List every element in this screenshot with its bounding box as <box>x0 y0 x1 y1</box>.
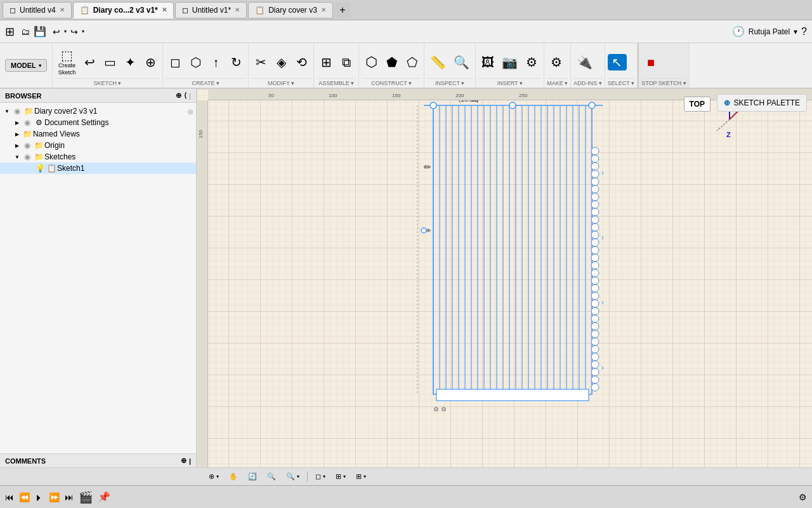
pan-arrow[interactable]: ▾ <box>216 474 219 479</box>
addins-btn[interactable]: 🔌 <box>573 54 596 70</box>
browser-panel: BROWSER ⊕ ⟨ | ▼ ◉ 📁 Diary cover2 v3 v1 ◎… <box>0 89 197 467</box>
step-back-btn[interactable]: ⏪ <box>19 492 30 502</box>
help-btn[interactable]: ? <box>801 26 807 37</box>
tree-sketches[interactable]: ▼ ◉ 📁 Sketches <box>0 151 196 163</box>
mode-selector[interactable]: MODEL ▾ <box>5 59 47 72</box>
zoom-arrow[interactable]: ▾ <box>297 474 299 479</box>
tab-untitled-v4[interactable]: ◻ Untitled v4 ✕ <box>3 2 72 18</box>
history-btn[interactable]: 🕐 <box>732 25 745 37</box>
modify-fillet-btn[interactable]: ◈ <box>272 54 291 70</box>
undo-arrow[interactable]: ▾ <box>64 29 67 34</box>
new-tab-btn[interactable]: + <box>334 2 351 18</box>
make-btn[interactable]: ⚙ <box>547 54 566 70</box>
sketch-plus-btn[interactable]: ⊕ <box>141 54 160 70</box>
display-arrow[interactable]: ▾ <box>323 474 325 479</box>
browser-expand-btn[interactable]: ⊕ <box>176 91 181 100</box>
comments-collapse-btn[interactable]: | <box>189 457 191 465</box>
sketch-palette-expand[interactable]: ⊕ <box>724 98 730 107</box>
assemble-component-btn[interactable]: ⊞ <box>317 54 336 70</box>
look-btn[interactable]: 🔄 <box>244 471 261 482</box>
play-btn[interactable]: ⏵ <box>35 492 44 502</box>
construct-plane-btn[interactable]: ⬡ <box>362 53 381 71</box>
sketch-rect-btn[interactable]: ▭ <box>100 54 119 70</box>
look-icon: 🔄 <box>248 472 257 481</box>
sketches-arrow[interactable]: ▼ <box>13 154 22 160</box>
create-box-btn[interactable]: ◻ <box>166 54 185 70</box>
modify-combine-btn[interactable]: ⟲ <box>292 54 311 70</box>
save-btn[interactable]: 💾 <box>34 25 46 37</box>
zoom-out-btn[interactable]: 🔍 ▾ <box>282 471 303 482</box>
named-views-arrow[interactable]: ▶ <box>13 131 22 137</box>
grid-arrow[interactable]: ▾ <box>343 474 346 479</box>
component-icon: ⊞ <box>321 56 332 69</box>
insert-canvas-btn[interactable]: 📷 <box>499 54 521 70</box>
sketch-palette-panel[interactable]: ⊕ SKETCH PALETTE <box>717 94 807 112</box>
inspect-analyze-btn[interactable]: 🔍 <box>450 54 473 70</box>
redo-btn[interactable]: ↪ <box>68 25 81 38</box>
user-dropdown-arrow[interactable]: ▾ <box>794 27 797 36</box>
file-icon[interactable]: 🗂 <box>21 27 30 37</box>
close-tab-btn[interactable]: ✕ <box>60 6 65 13</box>
select-icon: ↖ <box>612 56 622 69</box>
snap-btn[interactable]: ⊞ ▾ <box>352 471 370 482</box>
hex-icon: ⬡ <box>190 56 201 69</box>
user-section[interactable]: Rutuja Patel ▾ <box>749 27 797 36</box>
close-tab-btn[interactable]: ✕ <box>162 6 167 13</box>
skip-to-end-btn[interactable]: ⏭ <box>65 492 74 502</box>
tab-diary-v3[interactable]: 📋 Diary co...2 v3 v1* ✕ <box>73 2 174 18</box>
sketch-star-btn[interactable]: ✦ <box>121 54 140 70</box>
pan-btn[interactable]: ⊕ ▾ <box>205 471 223 482</box>
select-btn[interactable]: ↖ <box>608 54 627 70</box>
tab-diary-cover-v3[interactable]: 📋 Diary cover v3 ✕ <box>248 2 333 18</box>
settings-visibility-icon[interactable]: ◉ <box>22 118 33 127</box>
step-forward-btn[interactable]: ⏩ <box>49 492 60 502</box>
zoom-in-btn[interactable]: 🔍 <box>263 471 280 482</box>
redo-arrow[interactable]: ▾ <box>82 29 84 34</box>
mark-icon: 📌 <box>98 491 110 503</box>
construct-point-btn[interactable]: ⬠ <box>402 54 421 70</box>
pan-icon: ⊕ <box>209 472 214 481</box>
root-activate-btn[interactable]: ◎ <box>188 108 193 115</box>
origin-visibility-icon[interactable]: ◉ <box>22 141 33 150</box>
close-tab-btn[interactable]: ✕ <box>321 6 326 13</box>
settings-arrow[interactable]: ▶ <box>13 120 22 126</box>
display-mode-btn[interactable]: ◻ ▾ <box>311 471 329 482</box>
orbit-btn[interactable]: ✋ <box>225 471 242 482</box>
inspect-measure-btn[interactable]: 📏 <box>427 54 449 70</box>
finish-sketch-btn[interactable]: ↩ <box>80 54 99 70</box>
create-hex-btn[interactable]: ⬡ <box>186 54 205 70</box>
grid-btn[interactable]: ⊞ ▾ <box>332 471 350 482</box>
snap-arrow[interactable]: ▾ <box>363 474 366 479</box>
skip-to-start-btn[interactable]: ⏮ <box>5 492 14 502</box>
app-grid-icon[interactable]: ⊞ <box>5 25 15 39</box>
settings-btn[interactable]: ⚙ <box>799 492 807 502</box>
tree-origin[interactable]: ▶ ◉ 📁 Origin <box>0 140 196 151</box>
tree-named-views[interactable]: ▶ 📁 Named Views <box>0 128 196 140</box>
assemble-joint-btn[interactable]: ⧉ <box>337 54 356 70</box>
origin-arrow[interactable]: ▶ <box>13 143 22 149</box>
tab-icon: 📋 <box>255 6 265 15</box>
tree-sketch1[interactable]: 💡 📋 Sketch1 <box>0 163 196 174</box>
comments-section[interactable]: COMMENTS ⊕ | <box>0 453 196 467</box>
construct-axis-btn[interactable]: ⬟ <box>382 54 401 70</box>
create-revolve-btn[interactable]: ↻ <box>226 54 246 70</box>
stop-sketch-btn[interactable]: ■ <box>641 54 660 70</box>
create-extrude-btn[interactable]: ↑ <box>206 54 225 70</box>
tree-root[interactable]: ▼ ◉ 📁 Diary cover2 v3 v1 ◎ <box>0 105 196 117</box>
browser-resize-btn[interactable]: | <box>189 92 191 100</box>
tab-untitled-v1[interactable]: ◻ Untitled v1* ✕ <box>175 2 247 18</box>
comments-add-btn[interactable]: ⊕ <box>181 457 187 465</box>
viewport[interactable]: 250 200 150 100 50 150 <box>197 89 812 467</box>
sketch1-visibility-icon[interactable]: 💡 <box>34 164 46 173</box>
tree-document-settings[interactable]: ▶ ◉ ⚙ Document Settings <box>0 117 196 128</box>
insert-image-btn[interactable]: 🖼 <box>478 54 497 70</box>
insert-settings-btn[interactable]: ⚙ <box>522 54 541 70</box>
root-visibility-icon[interactable]: ◉ <box>11 107 23 116</box>
sketches-visibility-icon[interactable]: ◉ <box>22 152 33 161</box>
create-sketch-btn[interactable]: ⬚ Create Sketch <box>55 47 79 77</box>
close-tab-btn[interactable]: ✕ <box>235 6 240 13</box>
browser-collapse-btn[interactable]: ⟨ <box>184 91 187 100</box>
modify-cut-btn[interactable]: ✂ <box>251 54 270 70</box>
root-collapse-arrow[interactable]: ▼ <box>3 109 11 114</box>
undo-btn[interactable]: ↩ <box>50 25 63 38</box>
